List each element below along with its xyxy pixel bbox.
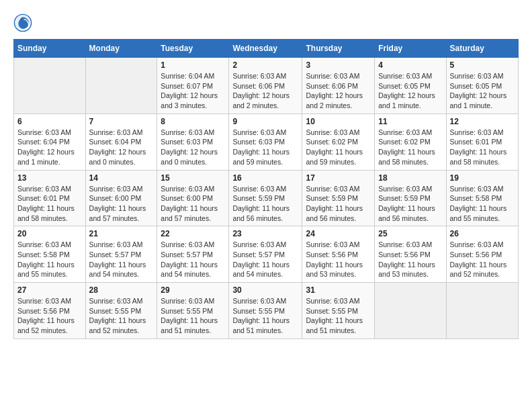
day-number: 18	[378, 173, 442, 183]
day-number: 2	[232, 60, 298, 70]
day-info: Sunrise: 6:03 AM Sunset: 5:56 PM Dayligh…	[306, 240, 371, 279]
day-info: Sunrise: 6:03 AM Sunset: 6:05 PM Dayligh…	[450, 71, 515, 111]
calendar-cell: 6Sunrise: 6:03 AM Sunset: 6:04 PM Daylig…	[14, 113, 86, 170]
day-number: 23	[232, 229, 298, 238]
page-header	[13, 13, 519, 32]
day-number: 21	[89, 229, 154, 238]
day-number: 17	[306, 173, 371, 183]
day-number: 29	[161, 285, 225, 295]
calendar-cell: 19Sunrise: 6:03 AM Sunset: 5:58 PM Dayli…	[446, 170, 519, 226]
calendar-cell: 8Sunrise: 6:03 AM Sunset: 6:03 PM Daylig…	[157, 113, 229, 170]
calendar-cell: 1Sunrise: 6:04 AM Sunset: 6:07 PM Daylig…	[157, 58, 229, 114]
calendar-cell: 17Sunrise: 6:03 AM Sunset: 5:59 PM Dayli…	[302, 170, 375, 226]
calendar-cell	[14, 58, 86, 114]
day-number: 12	[450, 117, 515, 126]
calendar-week-2: 6Sunrise: 6:03 AM Sunset: 6:04 PM Daylig…	[14, 113, 519, 170]
calendar-week-5: 27Sunrise: 6:03 AM Sunset: 5:56 PM Dayli…	[14, 283, 519, 339]
weekday-header-wednesday: Wednesday	[229, 40, 302, 58]
day-info: Sunrise: 6:03 AM Sunset: 6:00 PM Dayligh…	[89, 184, 154, 224]
calendar-cell: 13Sunrise: 6:03 AM Sunset: 6:01 PM Dayli…	[14, 170, 86, 226]
day-info: Sunrise: 6:03 AM Sunset: 5:59 PM Dayligh…	[378, 184, 442, 224]
calendar-cell: 15Sunrise: 6:03 AM Sunset: 6:00 PM Dayli…	[157, 170, 229, 226]
day-number: 3	[306, 60, 371, 70]
day-number: 25	[378, 229, 442, 238]
calendar-cell: 11Sunrise: 6:03 AM Sunset: 6:02 PM Dayli…	[375, 113, 446, 170]
calendar-cell: 22Sunrise: 6:03 AM Sunset: 5:57 PM Dayli…	[157, 226, 229, 283]
calendar-week-4: 20Sunrise: 6:03 AM Sunset: 5:58 PM Dayli…	[14, 226, 519, 283]
weekday-header-tuesday: Tuesday	[157, 40, 229, 58]
day-number: 22	[161, 229, 225, 238]
day-number: 19	[450, 173, 515, 183]
calendar-cell: 21Sunrise: 6:03 AM Sunset: 5:57 PM Dayli…	[85, 226, 157, 283]
day-number: 9	[232, 117, 298, 126]
calendar-header: SundayMondayTuesdayWednesdayThursdayFrid…	[14, 40, 519, 58]
calendar-cell: 12Sunrise: 6:03 AM Sunset: 6:01 PM Dayli…	[446, 113, 519, 170]
weekday-header-friday: Friday	[375, 40, 446, 58]
day-number: 27	[17, 285, 82, 295]
calendar-cell	[446, 283, 519, 339]
day-number: 8	[161, 117, 225, 126]
day-number: 13	[17, 173, 82, 183]
day-info: Sunrise: 6:03 AM Sunset: 5:57 PM Dayligh…	[232, 240, 298, 279]
day-info: Sunrise: 6:03 AM Sunset: 5:59 PM Dayligh…	[232, 184, 298, 224]
calendar-cell: 30Sunrise: 6:03 AM Sunset: 5:55 PM Dayli…	[229, 283, 302, 339]
day-number: 4	[378, 60, 442, 70]
weekday-header-thursday: Thursday	[302, 40, 375, 58]
calendar-cell: 14Sunrise: 6:03 AM Sunset: 6:00 PM Dayli…	[85, 170, 157, 226]
calendar-cell: 31Sunrise: 6:03 AM Sunset: 5:55 PM Dayli…	[302, 283, 375, 339]
day-info: Sunrise: 6:04 AM Sunset: 6:07 PM Dayligh…	[161, 71, 225, 111]
day-info: Sunrise: 6:03 AM Sunset: 6:01 PM Dayligh…	[17, 184, 82, 224]
day-info: Sunrise: 6:03 AM Sunset: 5:59 PM Dayligh…	[306, 184, 371, 224]
day-number: 26	[450, 229, 515, 238]
calendar-body: 1Sunrise: 6:04 AM Sunset: 6:07 PM Daylig…	[14, 58, 519, 339]
day-info: Sunrise: 6:03 AM Sunset: 6:06 PM Dayligh…	[232, 71, 298, 111]
calendar-cell: 9Sunrise: 6:03 AM Sunset: 6:03 PM Daylig…	[229, 113, 302, 170]
day-number: 30	[232, 285, 298, 295]
logo-icon	[13, 13, 32, 32]
calendar-cell: 16Sunrise: 6:03 AM Sunset: 5:59 PM Dayli…	[229, 170, 302, 226]
calendar-cell: 25Sunrise: 6:03 AM Sunset: 5:56 PM Dayli…	[375, 226, 446, 283]
weekday-header-monday: Monday	[85, 40, 157, 58]
day-number: 24	[306, 229, 371, 238]
day-number: 28	[89, 285, 154, 295]
day-info: Sunrise: 6:03 AM Sunset: 5:55 PM Dayligh…	[306, 296, 371, 336]
day-number: 6	[17, 117, 82, 126]
day-number: 15	[161, 173, 225, 183]
day-info: Sunrise: 6:03 AM Sunset: 5:55 PM Dayligh…	[161, 296, 225, 336]
day-number: 20	[17, 229, 82, 238]
day-info: Sunrise: 6:03 AM Sunset: 5:55 PM Dayligh…	[89, 296, 154, 336]
day-info: Sunrise: 6:03 AM Sunset: 5:56 PM Dayligh…	[378, 240, 442, 279]
day-number: 31	[306, 285, 371, 295]
calendar-cell: 29Sunrise: 6:03 AM Sunset: 5:55 PM Dayli…	[157, 283, 229, 339]
day-number: 7	[89, 117, 154, 126]
day-number: 5	[450, 60, 515, 70]
day-info: Sunrise: 6:03 AM Sunset: 5:57 PM Dayligh…	[161, 240, 225, 279]
weekday-header-saturday: Saturday	[446, 40, 519, 58]
calendar-cell: 2Sunrise: 6:03 AM Sunset: 6:06 PM Daylig…	[229, 58, 302, 114]
day-info: Sunrise: 6:03 AM Sunset: 6:05 PM Dayligh…	[378, 71, 442, 111]
calendar-cell: 20Sunrise: 6:03 AM Sunset: 5:58 PM Dayli…	[14, 226, 86, 283]
calendar-week-3: 13Sunrise: 6:03 AM Sunset: 6:01 PM Dayli…	[14, 170, 519, 226]
day-info: Sunrise: 6:03 AM Sunset: 5:58 PM Dayligh…	[17, 240, 82, 279]
day-info: Sunrise: 6:03 AM Sunset: 6:02 PM Dayligh…	[306, 128, 371, 167]
calendar-cell: 4Sunrise: 6:03 AM Sunset: 6:05 PM Daylig…	[375, 58, 446, 114]
day-number: 16	[232, 173, 298, 183]
day-number: 1	[161, 60, 225, 70]
day-number: 10	[306, 117, 371, 126]
calendar-table: SundayMondayTuesdayWednesdayThursdayFrid…	[13, 39, 519, 339]
day-info: Sunrise: 6:03 AM Sunset: 5:58 PM Dayligh…	[450, 184, 515, 224]
day-info: Sunrise: 6:03 AM Sunset: 5:56 PM Dayligh…	[450, 240, 515, 279]
day-info: Sunrise: 6:03 AM Sunset: 6:04 PM Dayligh…	[17, 128, 82, 167]
calendar-cell: 3Sunrise: 6:03 AM Sunset: 6:06 PM Daylig…	[302, 58, 375, 114]
calendar-week-1: 1Sunrise: 6:04 AM Sunset: 6:07 PM Daylig…	[14, 58, 519, 114]
weekday-header-sunday: Sunday	[14, 40, 86, 58]
day-info: Sunrise: 6:03 AM Sunset: 6:03 PM Dayligh…	[232, 128, 298, 167]
calendar-cell: 5Sunrise: 6:03 AM Sunset: 6:05 PM Daylig…	[446, 58, 519, 114]
calendar-cell: 7Sunrise: 6:03 AM Sunset: 6:04 PM Daylig…	[85, 113, 157, 170]
day-info: Sunrise: 6:03 AM Sunset: 6:06 PM Dayligh…	[306, 71, 371, 111]
calendar-cell: 23Sunrise: 6:03 AM Sunset: 5:57 PM Dayli…	[229, 226, 302, 283]
weekday-header-row: SundayMondayTuesdayWednesdayThursdayFrid…	[14, 40, 519, 58]
day-info: Sunrise: 6:03 AM Sunset: 6:00 PM Dayligh…	[161, 184, 225, 224]
day-info: Sunrise: 6:03 AM Sunset: 6:04 PM Dayligh…	[89, 128, 154, 167]
calendar-cell: 24Sunrise: 6:03 AM Sunset: 5:56 PM Dayli…	[302, 226, 375, 283]
